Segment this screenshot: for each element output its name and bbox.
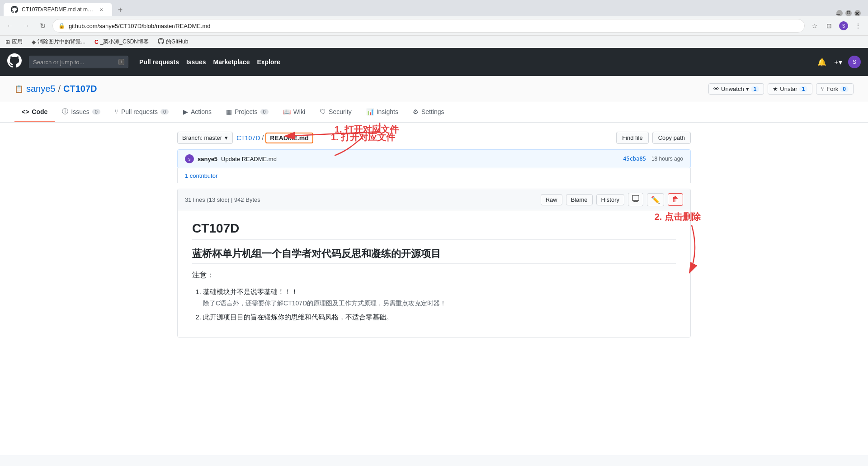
nav-marketplace[interactable]: Marketplace	[213, 58, 250, 66]
new-tab-button[interactable]: +	[114, 4, 127, 16]
commit-author-avatar: s	[185, 154, 194, 163]
tab-security[interactable]: 🛡 Security	[312, 102, 359, 122]
list-item: 基础模块并不是说零基础！！！ 除了C语言外，还需要你了解CT107D的原理图及工…	[203, 286, 676, 308]
eye-icon: 👁	[713, 86, 719, 92]
commit-hash[interactable]: 45cba85	[623, 156, 646, 162]
create-menu-button[interactable]: +▾	[832, 56, 844, 68]
tab-pull-requests[interactable]: ⑂ Pull requests 0	[108, 102, 176, 122]
bookmark-csdn[interactable]: C _菜小涛_CSDN博客	[93, 37, 151, 47]
notifications-icon[interactable]: 🔔	[816, 56, 828, 68]
contributor-bar: 1 contributor	[177, 168, 691, 183]
address-bar[interactable]: 🔒 github.com/sanye5/CT107D/blob/master/R…	[52, 19, 805, 33]
tab-actions[interactable]: ▶ Actions	[176, 102, 219, 122]
file-body: CT107D 蓝桥杯单片机组一个自学者对代码反思和凝练的开源项目 注意： 基础模…	[178, 210, 690, 337]
raw-button[interactable]: Raw	[541, 194, 562, 205]
fork-icon: ⑂	[821, 86, 825, 92]
browser-actions: ☆ ⊡ S ⋮	[808, 19, 864, 32]
bookmark-button[interactable]: ☆	[808, 19, 821, 32]
nav-explore[interactable]: Explore	[257, 58, 280, 66]
blame-button[interactable]: Blame	[566, 194, 593, 205]
nav-pull-requests[interactable]: Pull requests	[139, 58, 179, 66]
repo-owner-link[interactable]: sanye5	[26, 84, 56, 94]
tab-projects[interactable]: ▦ Projects 0	[219, 102, 276, 122]
search-bar[interactable]: Search or jump to... /	[29, 56, 128, 68]
bookmark-remove-bg[interactable]: ◆ 消除图片中的背景...	[30, 37, 87, 47]
file-path-separator: /	[262, 134, 264, 142]
github-header: Search or jump to... / Pull requests Iss…	[0, 48, 868, 76]
bookmark-apps-label: 应用	[12, 38, 23, 46]
security-tab-label: Security	[329, 108, 352, 115]
tab-insights[interactable]: 📊 Insights	[359, 102, 406, 122]
refresh-button[interactable]: ↻	[36, 19, 49, 32]
watch-dropdown-icon: ▾	[746, 86, 749, 92]
copy-path-button[interactable]: Copy path	[652, 132, 691, 144]
commit-info-left: s sanye5 Update README.md	[185, 154, 277, 163]
projects-tab-label: Projects	[235, 108, 258, 115]
file-content-box: 31 lines (13 sloc) | 942 Bytes Raw Blame…	[177, 189, 691, 338]
active-tab[interactable]: CT107D/README.md at maste... ✕	[4, 3, 112, 16]
breadcrumb-separator: /	[58, 84, 61, 94]
tab-code[interactable]: <> Code	[14, 102, 55, 122]
extensions-button[interactable]: ⊡	[823, 19, 835, 32]
commit-time: 18 hours ago	[651, 156, 683, 162]
settings-tab-label: Settings	[421, 108, 444, 115]
issues-tab-label: Issues	[71, 108, 89, 115]
star-button[interactable]: ★ Unstar 1	[768, 83, 812, 95]
watch-button[interactable]: 👁 Unwatch ▾ 1	[708, 83, 764, 95]
remove-bg-icon: ◆	[32, 39, 36, 45]
find-file-button[interactable]: Find file	[616, 132, 649, 144]
repo-name-link[interactable]: CT107D	[63, 84, 97, 94]
pr-tab-count: 0	[160, 109, 169, 114]
github-logo[interactable]	[7, 53, 22, 71]
pr-tab-icon: ⑂	[115, 108, 118, 115]
bookmark-github[interactable]: 的GitHub	[156, 37, 190, 47]
filename-text: README.md	[270, 134, 309, 142]
maximize-button[interactable]: □	[845, 10, 852, 16]
user-avatar[interactable]: S	[848, 56, 861, 68]
file-nav-right: Find file Copy path	[616, 132, 691, 144]
bookmark-apps[interactable]: ⊞ 应用	[4, 37, 24, 47]
bookmarks-bar: ⊞ 应用 ◆ 消除图片中的背景... C _菜小涛_CSDN博客 的GitHub	[0, 35, 868, 48]
forward-button[interactable]: →	[20, 19, 33, 32]
tab-wiki[interactable]: 📖 Wiki	[276, 102, 312, 122]
commit-info-bar: s sanye5 Update README.md 45cba85 18 hou…	[177, 149, 691, 168]
contributor-link[interactable]: 1 contributor	[185, 172, 217, 179]
back-button[interactable]: ←	[4, 19, 16, 32]
delete-file-button[interactable]: 🗑	[668, 193, 683, 206]
nav-issues[interactable]: Issues	[186, 58, 206, 66]
wiki-tab-icon: 📖	[283, 108, 291, 115]
close-window-button[interactable]: ✕	[854, 10, 861, 16]
file-list: 基础模块并不是说零基础！！！ 除了C语言外，还需要你了解CT107D的原理图及工…	[192, 286, 676, 323]
desktop-view-button[interactable]	[628, 193, 643, 206]
fork-button[interactable]: ⑂ Fork 0	[816, 83, 854, 95]
repo-nav-tabs: <> Code ⓘ Issues 0 ⑂ Pull requests 0 ▶ A…	[0, 102, 868, 123]
csdn-icon: C	[94, 39, 99, 45]
file-size: 942 Bytes	[234, 196, 260, 203]
lock-icon: 🔒	[58, 23, 65, 29]
tab-settings[interactable]: ⚙ Settings	[406, 102, 452, 122]
menu-button[interactable]: ⋮	[852, 19, 864, 32]
profile-button[interactable]: S	[837, 19, 850, 32]
tab-issues[interactable]: ⓘ Issues 0	[55, 102, 108, 122]
apps-icon: ⊞	[5, 39, 10, 45]
browser-chrome: CT107D/README.md at maste... ✕ + – □ ✕ ←…	[0, 0, 868, 48]
branch-selector[interactable]: Branch: master ▾	[177, 132, 233, 144]
fork-count: 0	[840, 86, 849, 92]
list-item: 此开源项目目的旨在锻炼你的思维和代码风格，不适合零基础。	[203, 312, 676, 323]
list-item-sub: 除了C语言外，还需要你了解CT107D的原理图及工作方式原理，另需重点攻克定时器…	[203, 298, 676, 308]
star-label: Unstar	[780, 86, 797, 92]
actions-tab-icon: ▶	[183, 108, 188, 115]
search-slash-shortcut: /	[118, 59, 124, 65]
commit-author-name[interactable]: sanye5	[198, 156, 217, 162]
tab-close-button[interactable]: ✕	[98, 6, 105, 13]
file-main-title: CT107D	[192, 221, 676, 240]
star-icon: ★	[773, 86, 778, 92]
commit-info-right: 45cba85 18 hours ago	[623, 156, 683, 162]
file-path-root[interactable]: CT107D	[236, 134, 260, 142]
security-tab-icon: 🛡	[320, 108, 326, 115]
commit-message-text: Update README.md	[221, 156, 277, 162]
minimize-button[interactable]: –	[836, 10, 843, 16]
history-button[interactable]: History	[596, 194, 624, 205]
file-action-buttons: Raw Blame History ✏️ 🗑	[541, 193, 683, 206]
edit-file-button[interactable]: ✏️	[647, 193, 664, 206]
